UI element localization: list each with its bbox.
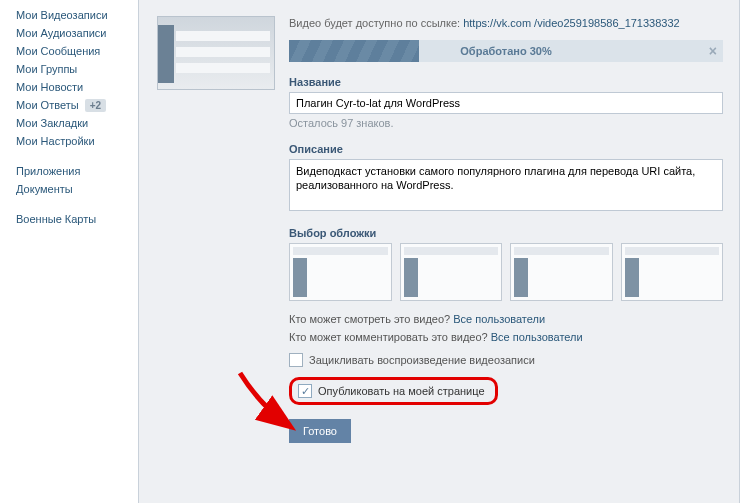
loop-checkbox-row[interactable]: Зацикливать воспроизведение видеозаписи: [289, 353, 723, 367]
description-label: Описание: [289, 143, 723, 155]
title-label: Название: [289, 76, 723, 88]
nav-apps[interactable]: Приложения: [16, 162, 130, 180]
privacy-view-link[interactable]: Все пользователи: [453, 313, 545, 325]
close-icon[interactable]: ×: [709, 43, 717, 59]
cover-option-3[interactable]: [510, 243, 613, 301]
processing-progress: Обработано 30% ×: [289, 40, 723, 62]
publish-highlight: ✓ Опубликовать на моей странице: [289, 377, 498, 405]
done-button[interactable]: Готово: [289, 419, 351, 443]
video-link-line: Видео будет доступно по ссылке: https://…: [289, 16, 723, 30]
privacy-comment: Кто может комментировать это видео? Все …: [289, 331, 723, 343]
cover-selector: [289, 243, 723, 301]
description-input[interactable]: [289, 159, 723, 211]
nav-my-settings[interactable]: Мои Настройки: [16, 132, 130, 150]
answers-badge: +2: [85, 99, 106, 112]
privacy-comment-link[interactable]: Все пользователи: [491, 331, 583, 343]
video-thumbnail: [157, 16, 275, 90]
publish-checkbox[interactable]: ✓: [298, 384, 312, 398]
nav-war-maps[interactable]: Военные Карты: [16, 210, 130, 228]
title-input[interactable]: [289, 92, 723, 114]
publish-checkbox-label: Опубликовать на моей странице: [318, 385, 485, 397]
cover-option-2[interactable]: [400, 243, 503, 301]
cover-label: Выбор обложки: [289, 227, 723, 239]
nav-my-bookmarks[interactable]: Мои Закладки: [16, 114, 130, 132]
nav-my-groups[interactable]: Мои Группы: [16, 60, 130, 78]
nav-my-audio[interactable]: Мои Аудиозаписи: [16, 24, 130, 42]
loop-checkbox[interactable]: [289, 353, 303, 367]
progress-fill: [289, 40, 419, 62]
video-direct-link[interactable]: https://vk.com /video259198586_171338332: [463, 17, 680, 29]
privacy-view: Кто может смотреть это видео? Все пользо…: [289, 313, 723, 325]
nav-my-videos[interactable]: Мои Видеозаписи: [16, 6, 130, 24]
loop-checkbox-label: Зацикливать воспроизведение видеозаписи: [309, 354, 535, 366]
nav-my-news[interactable]: Мои Новости: [16, 78, 130, 96]
nav-my-answers[interactable]: Мои Ответы: [16, 96, 79, 114]
video-edit-panel: Видео будет доступно по ссылке: https://…: [138, 0, 740, 503]
left-nav: Мои Видеозаписи Мои Аудиозаписи Мои Сооб…: [0, 0, 130, 503]
nav-documents[interactable]: Документы: [16, 180, 130, 198]
nav-my-messages[interactable]: Мои Сообщения: [16, 42, 130, 60]
title-chars-left: Осталось 97 знаков.: [289, 117, 723, 129]
cover-option-4[interactable]: [621, 243, 724, 301]
progress-label: Обработано 30%: [460, 45, 551, 57]
cover-option-1[interactable]: [289, 243, 392, 301]
